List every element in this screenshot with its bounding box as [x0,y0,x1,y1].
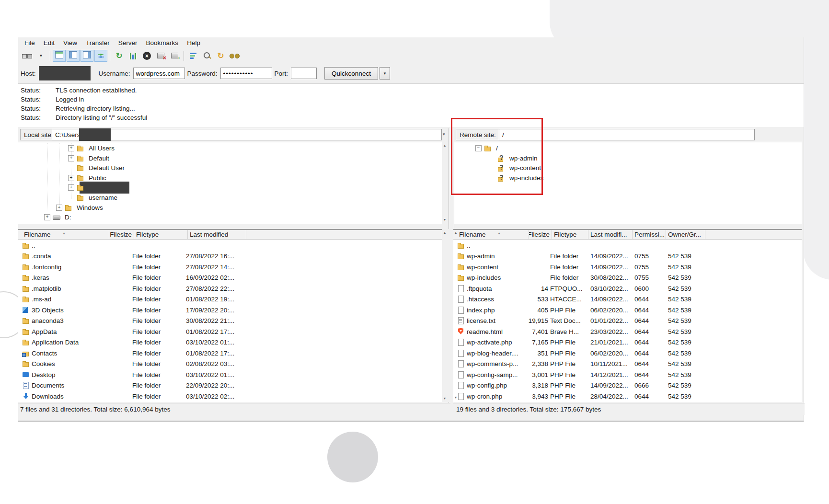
file-row-wp-config-samp-[interactable]: wp-config-samp...3,001PHP File14/12/2021… [453,369,802,380]
tree-expander-icon[interactable]: + [56,205,62,211]
file-row--htaccess[interactable]: .htaccess533HTACCE...14/09/2022...064454… [453,294,802,305]
port-input[interactable] [291,68,317,79]
file-name: Documents [32,382,107,389]
tree-item-default-user[interactable]: +Default User [18,163,442,173]
file-modified: 01/08/2022 17:... [186,350,258,357]
menu-file[interactable]: File [20,39,39,46]
directory-comparison-button[interactable] [200,50,213,62]
file-row-appdata[interactable]: AppDataFile folder01/08/2022 17:... [18,326,442,337]
column-header-owner-gr-[interactable]: Owner/Gr... [666,230,705,239]
toggle-transfer-queue-button[interactable] [94,50,107,62]
file-row-downloads[interactable]: DownloadsFile folder03/10/2022 02:... [18,391,442,402]
column-header-filename[interactable]: Filename▴ [22,230,109,239]
cancel-button[interactable]: × [140,50,153,62]
tree-expander-icon[interactable]: + [68,175,74,181]
downloads-icon [22,393,30,400]
file-row-wp-includes[interactable]: wp-includesFile folder30/08/2022...07555… [453,273,802,284]
column-header-filename[interactable]: Filename▴ [457,230,529,239]
file-row-application-data[interactable]: Application DataFile folder03/10/2022 01… [18,337,442,348]
file-row--[interactable]: .. [453,240,802,251]
file-row--ms-ad[interactable]: .ms-adFile folder01/08/2022 19:... [18,294,442,305]
scroll-down-icon[interactable]: ▾ [444,396,446,401]
file-row--fontconfig[interactable]: .fontconfigFile folder27/08/2022 14:... [18,262,442,273]
site-manager-dropdown-button[interactable]: ▼ [35,50,47,62]
column-header-last-modifi-[interactable]: Last modifi... [588,230,633,239]
menu-help[interactable]: Help [183,39,205,46]
file-row--conda[interactable]: .condaFile folder27/08/2022 16:... [18,251,442,262]
menu-bookmarks[interactable]: Bookmarks [142,39,183,46]
menu-server[interactable]: Server [114,39,142,46]
tree-item-default[interactable]: +Default [18,153,442,163]
column-header-last-modified[interactable]: Last modified [188,230,246,239]
file-row-cookies[interactable]: CookiesFile folder02/08/2022 03:... [18,359,442,370]
quickconnect-dropdown-button[interactable]: ▾ [380,67,390,80]
remote-status-text: 19 files and 3 directories. Total size: … [456,406,601,413]
file-row-wp-admin[interactable]: wp-adminFile folder14/09/2022...0755542 … [453,251,802,262]
quickconnect-button[interactable]: Quickconnect [324,67,378,80]
toggle-message-log-button[interactable] [53,50,66,62]
file-row-license-txt[interactable]: license.txt19,915Text Doc...01/01/2022..… [453,316,802,327]
filter-button[interactable] [186,50,199,62]
file-row-readme-html[interactable]: readme.html7,401Brave H...23/03/2022...0… [453,326,802,337]
scroll-up-icon[interactable]: ▴ [444,230,446,235]
toggle-message-log-icon [55,51,63,60]
toggle-remote-tree-button[interactable] [81,50,93,62]
log-message: TLS connection established. [56,87,137,94]
toggle-local-tree-button[interactable] [67,50,80,62]
column-header-filetype[interactable]: Filetype [552,230,588,239]
file-name: wp-cron.php [467,393,527,400]
disconnect-button[interactable]: × [154,50,167,62]
file-name: wp-comments-p... [467,360,527,367]
find-files-button[interactable] [228,50,241,62]
tree-item-redacted[interactable]: + [18,183,442,193]
column-header-filesize[interactable]: Filesize [109,230,134,239]
password-input[interactable] [220,68,272,79]
local-path-combobox[interactable]: C:\Users [52,129,442,140]
username-input[interactable] [133,68,185,79]
file-row--matplotlib[interactable]: .matplotlibFile folder27/08/2022 22:... [18,283,442,294]
file-row-contacts[interactable]: ContactsFile folder01/08/2022 17:... [18,348,442,359]
tree-item-username[interactable]: +username [18,193,442,203]
synchronized-browsing-button[interactable]: ↻ [214,50,227,62]
column-header-filesize[interactable]: Filesize [529,230,552,239]
tree-expander-icon[interactable]: + [68,155,74,161]
scroll-up-icon[interactable]: ▴ [455,230,457,235]
tree-item-windows[interactable]: +Windows [18,203,442,213]
file-row-wp-activate-php[interactable]: wp-activate.php7,165PHP File21/01/2021..… [453,337,802,348]
tree-item-d-[interactable]: +D: [18,212,442,222]
tree-expander-icon[interactable]: + [68,184,74,191]
menu-view[interactable]: View [59,39,81,46]
local-tree-scrollbar[interactable]: ▴ ▾ [442,142,449,223]
file-row-wp-content[interactable]: wp-contentFile folder14/09/2022...075554… [453,262,802,273]
tree-item-all-users[interactable]: +All Users [18,143,442,153]
menu-transfer[interactable]: Transfer [81,39,114,46]
file-row-wp-config-php[interactable]: wp-config.php3,318PHP File14/09/2022...0… [453,380,802,391]
refresh-button[interactable]: ↻ [113,50,126,62]
local-list-scrollbar[interactable]: ▴ ▾ [442,229,449,402]
tree-expander-icon[interactable]: + [44,214,50,220]
scroll-down-icon[interactable]: ▾ [444,218,446,222]
column-header-permissi-[interactable]: Permissi... [633,230,666,239]
file-row-wp-blog-header-[interactable]: wp-blog-header....351PHP File06/02/2020.… [453,348,802,359]
file-row-3d-objects[interactable]: 3D ObjectsFile folder17/09/2022 20:... [18,305,442,316]
scroll-up-icon[interactable]: ▴ [444,143,446,148]
file-modified: 21/01/2021... [590,339,634,346]
file-row--ftpquota[interactable]: .ftpquota14FTPQUO...03/10/2022...0600542… [453,283,802,294]
file-row-wp-comments-p-[interactable]: wp-comments-p...2,338PHP File10/11/2021.… [453,359,802,370]
sort-ascending-icon: ▴ [63,231,65,235]
reconnect-button[interactable]: ▪ [168,50,181,62]
file-row-desktop[interactable]: DesktopFile folder03/10/2022 01:... [18,369,442,380]
file-row--[interactable]: .. [18,240,442,251]
file-row-anaconda3[interactable]: anaconda3File folder30/08/2022 21:... [18,316,442,327]
site-manager-button[interactable] [21,50,34,62]
tree-expander-icon[interactable]: + [68,145,74,151]
scroll-down-icon[interactable]: ▾ [455,395,457,400]
file-row--keras[interactable]: .kerasFile folder16/09/2022 02:... [18,273,442,284]
local-path-dropdown-icon[interactable]: ▾ [443,132,445,137]
menu-edit[interactable]: Edit [39,39,59,46]
column-header-filetype[interactable]: Filetype [134,230,188,239]
file-row-index-php[interactable]: index.php405PHP File06/02/2020...0644542… [453,305,802,316]
file-row-documents[interactable]: DocumentsFile folder22/09/2022 20:... [18,380,442,391]
file-row-wp-cron-php[interactable]: wp-cron.php3,943PHP File28/04/2022...064… [453,391,802,402]
process-queue-button[interactable] [127,50,139,62]
